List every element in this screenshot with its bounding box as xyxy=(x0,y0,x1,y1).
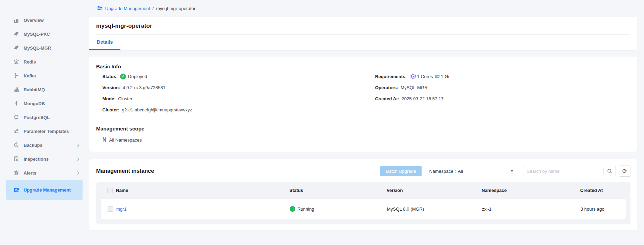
rabbitmq-icon xyxy=(13,86,19,93)
alarm-icon xyxy=(13,170,19,176)
check-circle-icon: ✓ xyxy=(120,74,126,79)
sidebar-item-label: MongoDB xyxy=(24,99,79,109)
running-arrow-icon: → xyxy=(290,206,295,212)
info-value: Cluster xyxy=(118,96,132,101)
breadcrumb-separator: / xyxy=(152,6,154,11)
info-label: Operators: xyxy=(375,85,398,90)
restore-icon xyxy=(13,142,19,148)
postgresql-elephant-icon xyxy=(13,114,19,120)
sidebar-item-label: MySQL-PXC xyxy=(24,29,79,39)
column-header-status: Status xyxy=(289,188,387,193)
basic-info-grid: Status: ✓ Deployed Version: 4.0.2-rc.3.g… xyxy=(96,71,630,115)
redis-layers-icon xyxy=(13,59,19,65)
instance-table: Name Status Version Namespace Created At… xyxy=(96,182,630,224)
app-root: Overview MySQL-PXC MySQL-MGR Redis Kafka xyxy=(0,0,644,245)
sidebar-item-parameter-templates[interactable]: Parameter Templates xyxy=(6,124,83,138)
info-label: Status: xyxy=(102,74,118,79)
sidebar-item-mongodb[interactable]: MongoDB xyxy=(6,96,83,110)
management-scope-heading: Management scope xyxy=(96,126,630,132)
sidebar-item-label: Redis xyxy=(24,57,79,67)
info-label: Requirements: xyxy=(375,74,407,79)
info-row-mode: Mode: Cluster xyxy=(102,93,369,104)
namespace-filter-select[interactable]: Namespace : All ▼ xyxy=(425,166,517,176)
status-text: Deployed xyxy=(128,74,147,79)
management-instance-header: Management instance Batch Upgrade Namesp… xyxy=(96,166,630,177)
instance-name-link[interactable]: mgr1 xyxy=(116,206,290,212)
memory-icon xyxy=(434,74,440,79)
info-row-operators: Operators: MySQL-MGR xyxy=(375,82,630,93)
tab-bar: Details xyxy=(89,35,637,50)
version-cell: MySQL 8.0 (MGR) xyxy=(387,206,482,212)
info-row-version: Version: 4.0.2-rc.3.g9a728581 xyxy=(102,82,369,93)
cpu-icon xyxy=(410,74,416,79)
info-label: Mode: xyxy=(102,96,116,101)
search-icon[interactable] xyxy=(604,166,616,176)
breadcrumb-parent-link[interactable]: Upgrade Management xyxy=(105,6,150,11)
column-header-namespace: Namespace xyxy=(482,188,580,193)
status-cell: → Running xyxy=(290,206,387,212)
status-text: Running xyxy=(297,206,314,212)
info-value: 4.0.2-rc.3.g9a728581 xyxy=(122,85,166,90)
sidebar-item-mysql-mgr[interactable]: MySQL-MGR xyxy=(6,41,83,55)
search-input[interactable] xyxy=(523,169,603,174)
basic-info-card: Basic Info Status: ✓ Deployed Version: 4… xyxy=(89,57,637,152)
info-row-cluster: Cluster: g2-c1-abcdefghijklmnopqrstuvwxy… xyxy=(102,104,369,115)
basic-info-right-column: Requirements: 1 Cores 1 Gi Operators: My… xyxy=(369,71,630,115)
sidebar-item-rabbitmq[interactable]: RabbitMQ xyxy=(6,83,83,96)
status-value: ✓ Deployed xyxy=(120,74,147,79)
refresh-button[interactable]: ⟳ xyxy=(619,166,630,177)
management-scope-item: N All Namespaces xyxy=(102,137,630,143)
search-box xyxy=(523,166,616,176)
chevron-right-icon: › xyxy=(77,168,79,177)
namespace-filter-value: All xyxy=(458,169,508,174)
select-all-checkbox[interactable] xyxy=(107,188,113,193)
column-header-created-at: Created At xyxy=(580,188,626,193)
info-value: g2-c1-abcdefghijklmnopqrstuvwxyz xyxy=(122,107,192,112)
sliders-icon xyxy=(13,128,19,134)
sidebar-item-upgrade-management[interactable]: Upgrade Management xyxy=(6,180,83,200)
batch-upgrade-button[interactable]: Batch Upgrade xyxy=(380,166,422,176)
breadcrumb: Upgrade Management / mysql-mgr-operator xyxy=(89,3,637,12)
sidebar-item-backups[interactable]: Backups › xyxy=(6,138,83,152)
cpu-requirement: 1 Cores xyxy=(417,74,433,79)
breadcrumb-current: mysql-mgr-operator xyxy=(156,6,195,11)
sidebar-item-label: RabbitMQ xyxy=(24,85,79,95)
bar-chart-icon xyxy=(13,17,19,23)
sidebar: Overview MySQL-PXC MySQL-MGR Redis Kafka xyxy=(0,0,89,245)
sidebar-item-alerts[interactable]: Alerts › xyxy=(6,166,83,180)
table-header-row: Name Status Version Namespace Created At xyxy=(100,182,626,198)
info-value: MySQL-MGR xyxy=(400,85,427,90)
info-row-requirements: Requirements: 1 Cores 1 Gi xyxy=(375,71,630,82)
sidebar-item-postgresql[interactable]: PostgreSQL xyxy=(6,110,83,124)
page-title: mysql-mgr-operator xyxy=(89,17,637,29)
tab-details[interactable]: Details xyxy=(89,35,120,50)
sidebar-item-mysql-pxc[interactable]: MySQL-PXC xyxy=(6,27,83,41)
sidebar-item-inspections[interactable]: Inspections › xyxy=(6,152,83,166)
column-header-name: Name xyxy=(116,188,289,193)
column-header-version: Version xyxy=(387,188,482,193)
sidebar-item-label: Parameter Templates xyxy=(24,126,79,136)
info-label: Version: xyxy=(102,85,120,90)
sidebar-item-label: Upgrade Management xyxy=(24,185,79,195)
info-label: Created At: xyxy=(375,96,399,101)
title-card: mysql-mgr-operator Details xyxy=(89,17,637,50)
sidebar-item-label: Overview xyxy=(24,15,79,25)
info-row-created-at: Created At: 2025-03-22 16:57:17 xyxy=(375,93,630,104)
management-instance-card: Management instance Batch Upgrade Namesp… xyxy=(89,159,637,230)
sidebar-item-redis[interactable]: Redis xyxy=(6,55,83,69)
info-label: Cluster: xyxy=(102,107,119,112)
inspection-doc-icon xyxy=(13,156,19,162)
created-at-cell: 3 hours ago xyxy=(581,206,626,212)
sidebar-item-label: Inspections xyxy=(24,154,77,164)
scope-value: All Namespaces xyxy=(109,137,142,143)
namespace-icon: N xyxy=(102,137,107,143)
caret-down-icon: ▼ xyxy=(510,169,514,173)
sidebar-item-kafka[interactable]: Kafka xyxy=(6,69,83,83)
chevron-right-icon: › xyxy=(77,141,79,150)
sidebar-item-label: Backups xyxy=(24,140,77,150)
sidebar-item-label: Kafka xyxy=(24,71,79,81)
row-checkbox[interactable] xyxy=(108,206,113,212)
management-instance-title: Management instance xyxy=(96,168,380,174)
sidebar-item-overview[interactable]: Overview xyxy=(6,13,83,27)
sidebar-item-label: PostgreSQL xyxy=(24,112,79,122)
